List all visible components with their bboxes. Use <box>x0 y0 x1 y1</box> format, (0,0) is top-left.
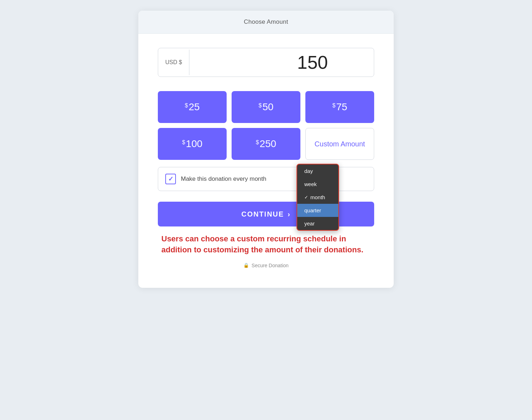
dropdown-quarter-label: quarter <box>304 207 321 213</box>
secure-row: 🔒 Secure Donation <box>158 263 374 277</box>
preset-grid: $ 25 $ 50 $ 75 $ 100 $ 250 Custom Amount <box>158 91 374 160</box>
dropdown-month-label: month <box>310 194 325 200</box>
dropdown-year[interactable]: year <box>297 217 338 230</box>
secure-label: Secure Donation <box>251 263 288 268</box>
card-title: Choose Amount <box>244 18 288 25</box>
dropdown-week-label: week <box>304 181 317 187</box>
preset-250-button[interactable]: $ 250 <box>232 128 300 160</box>
preset-250-currency: $ <box>256 139 259 146</box>
preset-25-button[interactable]: $ 25 <box>158 91 227 123</box>
dropdown-month-check: ✓ <box>304 195 308 200</box>
preset-75-value: 75 <box>336 101 347 113</box>
dropdown-month[interactable]: ✓ month <box>297 191 338 204</box>
dropdown-week[interactable]: week <box>297 178 338 191</box>
preset-75-currency: $ <box>332 102 336 109</box>
amount-input[interactable] <box>189 48 374 77</box>
amount-input-row: USD $ <box>158 48 374 77</box>
preset-50-currency: $ <box>259 102 262 109</box>
preset-100-button[interactable]: $ 100 <box>158 128 227 160</box>
donation-card: Choose Amount USD $ $ 25 $ 50 $ 75 $ 100 <box>138 11 394 288</box>
preset-75-button[interactable]: $ 75 <box>305 91 374 123</box>
card-header: Choose Amount <box>138 11 394 34</box>
recurring-row: ✓ Make this donation every month day wee… <box>158 167 374 191</box>
frequency-dropdown[interactable]: day week ✓ month quarter year <box>297 164 339 231</box>
continue-button[interactable]: CONTINUE › <box>158 202 374 226</box>
custom-amount-label: Custom Amount <box>315 140 365 148</box>
frequency-dropdown-overlay: day week ✓ month quarter year <box>297 164 339 231</box>
currency-label: USD $ <box>158 50 189 75</box>
chevron-right-icon: › <box>288 210 291 218</box>
lock-icon: 🔒 <box>243 263 249 268</box>
preset-25-value: 25 <box>189 101 200 113</box>
preset-25-currency: $ <box>185 102 188 109</box>
preset-50-value: 50 <box>262 101 273 113</box>
card-body: USD $ $ 25 $ 50 $ 75 $ 100 $ 250 <box>138 34 394 288</box>
recurring-checkbox[interactable]: ✓ <box>165 174 176 184</box>
dropdown-day[interactable]: day <box>297 164 338 178</box>
dropdown-year-label: year <box>304 220 315 226</box>
preset-100-value: 100 <box>186 138 203 150</box>
preset-250-value: 250 <box>260 138 276 150</box>
checkmark-icon: ✓ <box>168 175 173 183</box>
dropdown-quarter[interactable]: quarter <box>297 204 338 217</box>
recurring-label: Make this donation every month <box>181 175 266 183</box>
preset-50-button[interactable]: $ 50 <box>232 91 300 123</box>
custom-amount-button[interactable]: Custom Amount <box>305 128 374 160</box>
annotation-text: Users can choose a custom recurring sche… <box>158 234 374 256</box>
continue-label: CONTINUE <box>241 210 284 218</box>
preset-100-currency: $ <box>182 139 185 146</box>
dropdown-day-label: day <box>304 168 313 174</box>
